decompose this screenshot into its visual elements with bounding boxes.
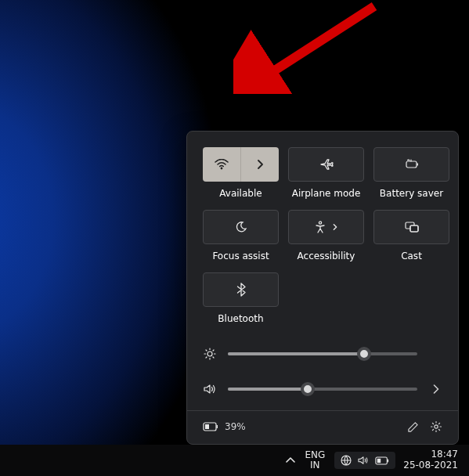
clock-button[interactable]: 18:47 25-08-2021 (400, 449, 461, 471)
volume-slider-row (203, 384, 442, 395)
volume-icon (203, 384, 217, 395)
accessibility-button[interactable] (288, 210, 364, 244)
svg-rect-3 (417, 164, 418, 166)
language-button[interactable]: ENG IN (300, 450, 330, 470)
tiles-grid: Available Airplane mode Battery saver (203, 147, 442, 324)
clock-time: 18:47 (403, 449, 458, 460)
tile-label: Airplane mode (292, 188, 361, 199)
svg-point-4 (319, 222, 321, 224)
cast-button[interactable] (373, 210, 449, 244)
tile-accessibility: Accessibility (288, 210, 364, 261)
brightness-slider[interactable] (228, 352, 417, 355)
taskbar: ENG IN 18:47 25-08-2021 (0, 445, 469, 476)
chevron-right-icon (332, 223, 338, 231)
battery-percent: 39% (225, 421, 246, 432)
moon-icon (235, 221, 247, 233)
tile-label: Accessibility (298, 251, 355, 261)
airplane-mode-button[interactable] (288, 147, 364, 182)
tile-label: Battery saver (380, 188, 443, 199)
tile-focus-assist: Focus assist (203, 210, 279, 261)
svg-point-8 (207, 352, 212, 356)
volume-icon (358, 456, 369, 465)
wifi-button-split (203, 147, 279, 182)
brightness-icon (203, 348, 217, 360)
focus-assist-button[interactable] (203, 210, 279, 244)
svg-rect-16 (377, 458, 381, 462)
system-tray[interactable] (330, 452, 400, 469)
accessibility-icon (315, 221, 326, 233)
svg-point-12 (435, 425, 438, 428)
battery-status[interactable]: 39% (203, 421, 246, 432)
volume-slider[interactable] (228, 388, 417, 391)
settings-button[interactable] (430, 420, 442, 433)
battery-icon (375, 456, 389, 465)
bluetooth-icon (236, 283, 246, 297)
edit-button[interactable] (407, 421, 419, 433)
tile-wifi: Available (203, 147, 279, 199)
battery-saver-icon (404, 159, 420, 170)
cast-icon (405, 222, 419, 233)
svg-point-1 (221, 168, 223, 170)
battery-saver-button[interactable] (373, 147, 449, 182)
tile-airplane: Airplane mode (288, 147, 364, 199)
tray-overflow-button[interactable] (281, 456, 300, 464)
svg-rect-6 (410, 225, 418, 232)
wifi-toggle-button[interactable] (203, 147, 240, 182)
volume-expand-button[interactable] (428, 384, 442, 394)
quick-settings-panel: Available Airplane mode Battery saver (186, 131, 459, 445)
clock-date: 25-08-2021 (403, 460, 458, 471)
tile-label: Focus assist (212, 251, 269, 261)
network-icon (341, 455, 352, 466)
wifi-expand-button[interactable] (241, 147, 279, 182)
brightness-slider-row (203, 348, 442, 360)
bluetooth-button[interactable] (203, 272, 279, 307)
tile-label: Bluetooth (218, 313, 263, 324)
airplane-icon (319, 158, 334, 171)
svg-rect-2 (406, 161, 417, 168)
tile-battery-saver: Battery saver (373, 147, 449, 199)
tile-bluetooth: Bluetooth (203, 272, 279, 324)
tile-label: Available (219, 188, 262, 199)
svg-rect-10 (217, 425, 218, 428)
sliders (203, 348, 442, 395)
wifi-icon (215, 159, 229, 170)
svg-rect-11 (205, 424, 209, 429)
lang-secondary: IN (305, 460, 325, 471)
chevron-right-icon (256, 160, 264, 169)
battery-icon (203, 422, 218, 431)
panel-footer: 39% (203, 411, 442, 433)
tile-cast: Cast (373, 210, 449, 261)
tile-label: Cast (401, 251, 422, 261)
svg-rect-15 (388, 459, 388, 462)
